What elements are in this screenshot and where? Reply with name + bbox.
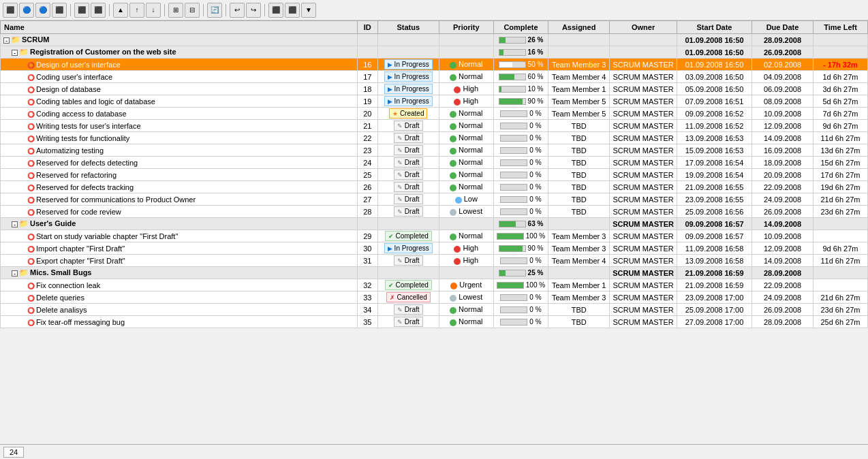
toolbar-btn-grid1[interactable]: ⊞ (168, 3, 183, 18)
col-complete[interactable]: Complete (493, 21, 548, 34)
table-row[interactable]: ⭕Design of user's interface16▶ In Progre… (1, 59, 868, 71)
task-complete-cell: 25 % (493, 267, 548, 279)
expand-icon[interactable]: - (3, 37, 10, 44)
table-row[interactable]: ⭕Reserved for code review28✎ DraftLowest… (1, 206, 868, 218)
table-row[interactable]: ⭕Reserved for defects detecting24✎ Draft… (1, 157, 868, 169)
task-complete-cell: 0 % (493, 169, 548, 181)
toolbar-btn-2[interactable]: 🔵 (19, 3, 34, 18)
table-row[interactable]: -📁SCRUM 26 % 01.09.2008 16:5028.09.2008 (1, 34, 868, 46)
col-status[interactable]: Status (377, 21, 439, 34)
task-name-label: Coding access to database (36, 110, 127, 118)
toolbar-btn-5[interactable]: ⬛ (74, 3, 89, 18)
table-row[interactable]: ⭕Reserved for defects tracking26✎ DraftN… (1, 181, 868, 193)
toolbar-btn-3[interactable]: 🔵 (35, 3, 50, 18)
task-priority-cell: Normal (439, 144, 493, 157)
task-complete-cell: 16 % (493, 46, 548, 59)
toolbar-sep-1 (70, 4, 71, 16)
task-timeleft-cell (813, 218, 868, 230)
table-row[interactable]: -📁Mics. Small Bugs 25 % SCRUM MASTER21.0… (1, 267, 868, 279)
table-row[interactable]: ⭕Delete analisys34✎ DraftNormal 0 % TBDS… (1, 304, 868, 316)
table-row[interactable]: ⭕Fix tear-off messaging bug35✎ DraftNorm… (1, 316, 868, 328)
task-name-cell: ⭕Start on study variable chapter "First … (1, 230, 358, 242)
task-status-cell: ▶ In Progress (377, 83, 439, 95)
task-name-cell: ⭕Reserved for defects detecting (1, 157, 358, 169)
task-duedate-cell: 20.09.2008 (752, 169, 813, 181)
task-startdate-cell: 25.09.2008 17:00 (677, 304, 752, 316)
task-name-cell: ⭕Automatizing testing (1, 144, 358, 157)
table-row[interactable]: ⭕Start on study variable chapter "First … (1, 230, 868, 242)
task-table: Name ID Status Priority Complete Assigne… (0, 20, 868, 328)
task-duedate-cell: 04.09.2008 (752, 71, 813, 83)
toolbar-btn-6[interactable]: ⬛ (91, 3, 106, 18)
expand-icon[interactable]: - (12, 270, 18, 276)
col-id[interactable]: ID (357, 21, 377, 34)
task-id-cell: 24 (357, 157, 377, 169)
table-row[interactable]: ⭕Coding access to database20★ CreatedNor… (1, 108, 868, 120)
table-row[interactable]: ⭕Writing tests for functionality22✎ Draf… (1, 132, 868, 144)
col-priority[interactable]: Priority (439, 21, 493, 34)
table-row[interactable]: ⭕Export chapter "First Draft"31✎ DraftHi… (1, 255, 868, 267)
toolbar-btn-move-up2[interactable]: ↑ (129, 3, 144, 18)
toolbar-btn-expand2[interactable]: ⬛ (285, 3, 300, 18)
table-row[interactable]: ⭕Writing tests for user's interface21✎ D… (1, 120, 868, 132)
expand-icon[interactable]: - (12, 221, 18, 227)
task-complete-cell: 0 % (493, 206, 548, 218)
table-row[interactable]: ⭕Design of database18▶ In ProgressHigh 1… (1, 83, 868, 95)
table-row[interactable]: ⭕Reserved for communications to Product … (1, 193, 868, 206)
task-name-cell: -📁Mics. Small Bugs (1, 267, 358, 279)
expand-icon[interactable]: - (12, 50, 18, 56)
task-id-cell (357, 267, 377, 279)
task-assigned-cell: Team Member 5 (548, 108, 610, 120)
toolbar-sep-3 (164, 4, 165, 16)
toolbar-btn-move-up[interactable]: ▲ (113, 3, 128, 18)
toolbar-btn-undo[interactable]: ↩ (230, 3, 245, 18)
col-duedate[interactable]: Due Date (752, 21, 813, 34)
col-owner[interactable]: Owner (610, 21, 677, 34)
toolbar-btn-redo[interactable]: ↪ (246, 3, 261, 18)
col-startdate[interactable]: Start Date (677, 21, 752, 34)
col-name[interactable]: Name (1, 21, 358, 34)
task-status-cell: ✗ Cancelled (377, 291, 439, 304)
table-row[interactable]: ⭕Fix connection leak32✔ CompletedUrgent … (1, 279, 868, 291)
task-name-label: Writing tests for user's interface (36, 122, 141, 130)
task-assigned-cell: Team Member 3 (548, 291, 610, 304)
task-name-label: Coding tables and logic of database (36, 97, 155, 106)
task-startdate-cell: 15.09.2008 16:53 (677, 144, 752, 157)
task-assigned-cell: Team Member 3 (548, 230, 610, 242)
task-complete-cell: 50 % (493, 59, 548, 71)
table-row[interactable]: -📁Registration of Customer on the web si… (1, 46, 868, 59)
task-owner-cell: SCRUM MASTER (610, 279, 677, 291)
toolbar-btn-expand[interactable]: ⬛ (268, 3, 283, 18)
task-assigned-cell: TBD (548, 144, 610, 157)
task-assigned-cell: TBD (548, 206, 610, 218)
task-name-cell: ⭕Coding access to database (1, 108, 358, 120)
col-timeleft[interactable]: Time Left (813, 21, 868, 34)
table-row[interactable]: ⭕Import chapter "First Draft"30▶ In Prog… (1, 242, 868, 255)
table-row[interactable]: -📁User's Guide 63 % SCRUM MASTER09.09.20… (1, 218, 868, 230)
task-complete-cell: 0 % (493, 144, 548, 157)
task-priority-cell: Normal (439, 181, 493, 193)
task-priority-cell: High (439, 255, 493, 267)
toolbar-btn-4[interactable]: ⬛ (52, 3, 67, 18)
toolbar-btn-refresh[interactable]: 🔄 (207, 3, 222, 18)
col-assigned[interactable]: Assigned (548, 21, 610, 34)
task-name-cell: -📁Registration of Customer on the web si… (1, 46, 358, 59)
table-row[interactable]: ⭕Automatizing testing23✎ DraftNormal 0 %… (1, 144, 868, 157)
task-complete-cell: 100 % (493, 279, 548, 291)
toolbar-btn-move-down[interactable]: ↓ (146, 3, 161, 18)
table-row[interactable]: ⭕Delete queries33✗ CancelledLowest 0 % T… (1, 291, 868, 304)
toolbar-btn-1[interactable]: ⬛ (3, 3, 18, 18)
task-name-label: Design of user's interface (36, 61, 121, 69)
toolbar-btn-grid2[interactable]: ⊟ (185, 3, 200, 18)
task-complete-cell: 0 % (493, 316, 548, 328)
table-row[interactable]: ⭕Coding user's interface17▶ In ProgressN… (1, 71, 868, 83)
table-row[interactable]: ⭕Reserved for refactoring25✎ DraftNormal… (1, 169, 868, 181)
table-row[interactable]: ⭕Coding tables and logic of database19▶ … (1, 95, 868, 108)
task-status-cell: ✎ Draft (377, 193, 439, 206)
toolbar-btn-arrow[interactable]: ▼ (301, 3, 316, 18)
task-priority-cell: High (439, 242, 493, 255)
task-owner-cell: SCRUM MASTER (610, 304, 677, 316)
task-name-label: Registration of Customer on the web site (30, 48, 176, 56)
task-assigned-cell: Team Member 3 (548, 59, 610, 71)
task-priority-cell: Normal (439, 59, 493, 71)
